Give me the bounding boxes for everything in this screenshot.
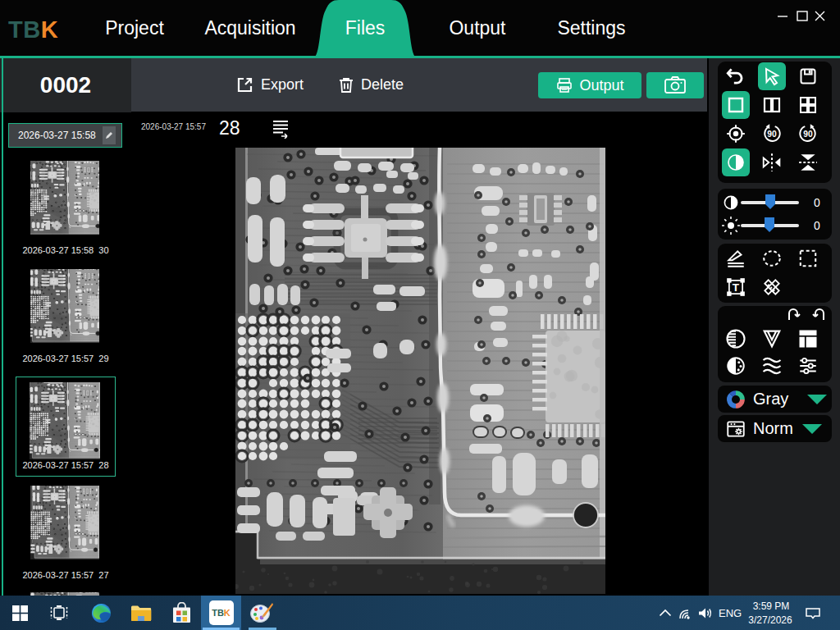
svg-text:0: 0 bbox=[814, 196, 820, 209]
svg-text:90: 90 bbox=[767, 130, 777, 139]
svg-text:0: 0 bbox=[814, 219, 820, 232]
svg-text:90: 90 bbox=[803, 130, 813, 139]
svg-text:T: T bbox=[733, 281, 740, 294]
